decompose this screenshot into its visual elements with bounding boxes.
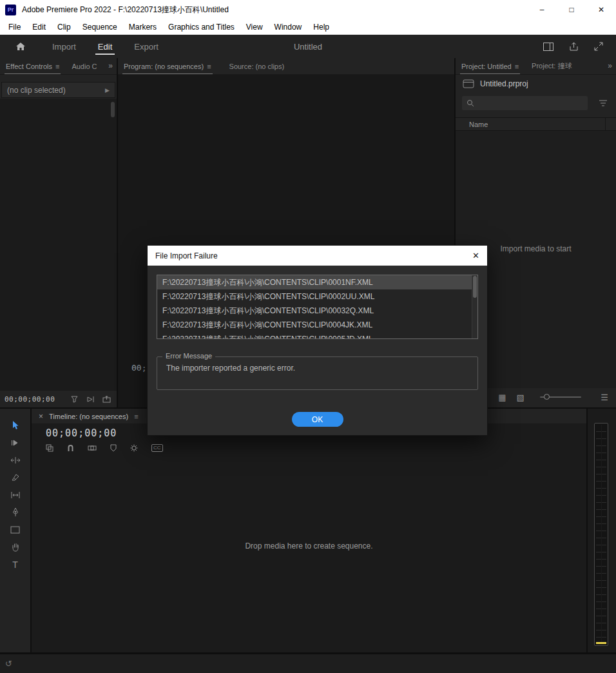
tab-effect-controls[interactable]: Effect Controls ≡: [0, 58, 63, 74]
rectangle-tool-button[interactable]: [0, 521, 30, 538]
hand-tool-button[interactable]: [0, 538, 30, 556]
timeline-settings-icon[interactable]: [130, 444, 138, 452]
panel-close-icon[interactable]: ×: [39, 412, 43, 421]
file-row[interactable]: F:\20220713撞球小百科\小鴻\CONTENTS\CLIP\00032Q…: [157, 304, 477, 318]
timeline-panel: × Timeline: (no sequences) ≡ 00;00;00;00…: [32, 409, 586, 652]
ripple-edit-tool-button[interactable]: [0, 451, 30, 469]
failed-files-list[interactable]: F:\20220713撞球小百科\小鴻\CONTENTS\CLIP\0001NF…: [157, 275, 478, 339]
tab-timeline[interactable]: Timeline: (no sequences): [49, 413, 128, 420]
panel-menu-icon[interactable]: ≡: [207, 63, 211, 70]
zoom-slider-knob[interactable]: [544, 394, 550, 400]
dialog-close-button[interactable]: ✕: [465, 251, 479, 260]
effect-controls-timecode[interactable]: 00;00;00;00: [5, 395, 55, 404]
list-scrollbar[interactable]: [472, 275, 477, 338]
fullscreen-icon[interactable]: [594, 42, 603, 51]
sync-status-icon[interactable]: ↺: [5, 659, 12, 668]
menu-sequence[interactable]: Sequence: [77, 19, 123, 34]
tab-source-monitor[interactable]: Source: (no clips): [215, 58, 289, 74]
new-item-icon[interactable]: ☰: [601, 393, 608, 402]
window-title: Adobe Premiere Pro 2022 - F:\20220713撞球小…: [22, 5, 229, 15]
menu-graphics-and-titles[interactable]: Graphics and Titles: [162, 19, 240, 34]
icon-view-icon[interactable]: ▦: [498, 393, 506, 402]
slip-tool-button[interactable]: [0, 486, 30, 503]
effect-controls-panel: Effect Controls ≡ Audio C » (no clip sel…: [0, 58, 117, 407]
effect-controls-body: [0, 99, 117, 390]
tab-import[interactable]: Import: [41, 35, 87, 58]
status-bar: ↺: [0, 654, 616, 673]
project-file-row[interactable]: Untitled.prproj: [463, 79, 528, 88]
insert-as-nest-icon[interactable]: [46, 444, 53, 452]
meter-channel-divider: [601, 425, 602, 644]
file-import-failure-dialog: File Import Failure ✕ F:\20220713撞球小百科\小…: [147, 245, 488, 436]
type-tool-button[interactable]: T: [0, 556, 30, 573]
menu-window[interactable]: Window: [269, 19, 308, 34]
window-titlebar: Pr Adobe Premiere Pro 2022 - F:\20220713…: [0, 0, 616, 19]
quick-export-icon[interactable]: [569, 42, 579, 52]
meter-signal-level: [596, 642, 606, 644]
file-row[interactable]: F:\20220713撞球小百科\小鴻\CONTENTS\CLIP\0005JD…: [157, 332, 477, 339]
tab-export[interactable]: Export: [123, 35, 169, 58]
program-timecode[interactable]: 00;: [131, 363, 146, 373]
project-title: Untitled: [294, 42, 322, 52]
scrollbar[interactable]: [111, 102, 115, 117]
audio-meter[interactable]: [594, 423, 608, 646]
razor-tool-button[interactable]: [0, 469, 30, 486]
tab-edit[interactable]: Edit: [87, 35, 123, 58]
maximize-button[interactable]: □: [557, 0, 586, 19]
home-icon[interactable]: [15, 42, 26, 51]
pen-tool-button[interactable]: [0, 503, 30, 521]
error-message-label: Error Message: [162, 352, 215, 360]
zoom-slider[interactable]: [540, 396, 581, 398]
panel-menu-icon[interactable]: ≡: [55, 63, 59, 70]
ok-button[interactable]: OK: [292, 412, 343, 427]
tab-audio-clip-mixer[interactable]: Audio C: [63, 58, 101, 74]
linked-selection-icon[interactable]: [88, 445, 97, 451]
tab-project-untitled[interactable]: Project: Untitled ≡: [456, 58, 523, 74]
search-icon: [467, 99, 474, 107]
menu-view[interactable]: View: [240, 19, 269, 34]
panel-menu-icon[interactable]: ≡: [134, 413, 138, 420]
minimize-button[interactable]: –: [527, 0, 557, 19]
project-file-name: Untitled.prproj: [480, 79, 528, 88]
timeline-empty-hint: Drop media here to create sequence.: [32, 541, 586, 551]
name-column-header[interactable]: Name: [456, 117, 616, 131]
panel-menu-icon[interactable]: ≡: [515, 63, 519, 70]
filter-properties-icon[interactable]: [71, 396, 78, 403]
snap-icon[interactable]: [67, 444, 74, 452]
audio-meters-panel: [588, 409, 616, 652]
play-in-out-icon[interactable]: [86, 396, 94, 403]
menu-edit[interactable]: Edit: [26, 19, 52, 34]
close-button[interactable]: ✕: [586, 0, 616, 19]
file-row[interactable]: F:\20220713撞球小百科\小鴻\CONTENTS\CLIP\0004JK…: [157, 318, 477, 332]
file-row[interactable]: F:\20220713撞球小百科\小鴻\CONTENTS\CLIP\0001NF…: [157, 275, 477, 289]
track-select-forward-tool-button[interactable]: [0, 434, 30, 451]
selection-tool-button[interactable]: [0, 416, 30, 434]
tab-program-monitor[interactable]: Program: (no sequences) ≡: [118, 58, 215, 74]
tab-overflow-icon[interactable]: »: [108, 61, 113, 70]
premiere-app-icon: Pr: [5, 5, 16, 15]
search-input[interactable]: [462, 96, 588, 110]
timeline-timecode[interactable]: 00;00;00;00: [46, 427, 117, 439]
menu-clip[interactable]: Clip: [52, 19, 77, 34]
export-frame-icon[interactable]: [102, 395, 111, 403]
menu-help[interactable]: Help: [307, 19, 335, 34]
chevron-right-icon: ▶: [105, 87, 110, 93]
tools-panel: T: [0, 409, 30, 652]
menu-file[interactable]: File: [3, 19, 26, 34]
menu-markers[interactable]: Markers: [123, 19, 162, 34]
tab-overflow-icon[interactable]: »: [608, 61, 612, 70]
captions-icon[interactable]: CC: [151, 444, 163, 452]
menubar: File Edit Clip Sequence Markers Graphics…: [0, 19, 616, 35]
add-marker-icon[interactable]: [110, 444, 117, 452]
list-scrollbar-thumb[interactable]: [473, 276, 477, 298]
workspace-switcher-icon[interactable]: [543, 43, 553, 51]
tab-project-2[interactable]: Project: 撞球: [523, 58, 574, 74]
filter-bin-content-icon[interactable]: [599, 99, 608, 107]
clip-selector-dropdown[interactable]: (no clip selected) ▶: [1, 82, 115, 98]
dialog-title: File Import Failure: [155, 251, 218, 260]
project-thumbnail-icon: [463, 79, 474, 88]
file-row[interactable]: F:\20220713撞球小百科\小鴻\CONTENTS\CLIP\0002UU…: [157, 289, 477, 304]
workspace-header: Import Edit Export Untitled: [0, 35, 616, 58]
error-message-group: Error Message The importer reported a ge…: [157, 356, 478, 390]
freeform-view-icon[interactable]: ▧: [517, 393, 525, 402]
